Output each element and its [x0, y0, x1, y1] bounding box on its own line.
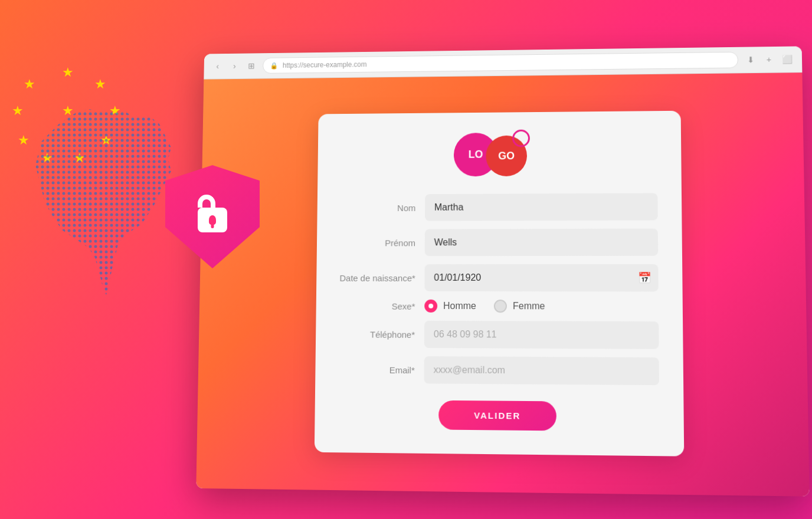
logo-text-go: GO	[498, 150, 515, 162]
svg-rect-1	[30, 106, 183, 307]
email-label: Email*	[339, 364, 415, 375]
prenom-row: Prénom	[340, 229, 658, 257]
telephone-row: Téléphone*	[339, 320, 659, 349]
logo-area: LO GO	[340, 129, 657, 178]
sexe-homme-option[interactable]: Homme	[424, 300, 476, 313]
prenom-input[interactable]	[425, 229, 659, 257]
lock-shield	[165, 165, 260, 268]
form-card: LO GO Nom Prénom Date de naissance*	[315, 111, 685, 456]
date-naissance-label: Date de naissance*	[339, 272, 415, 283]
eu-dots-map	[30, 106, 183, 307]
browser-actions: ⬇ + ⬜	[744, 52, 794, 66]
browser-content: LO GO Nom Prénom Date de naissance*	[196, 73, 809, 497]
email-input[interactable]	[424, 356, 660, 385]
sexe-radio-group: Homme Femme	[424, 300, 545, 313]
sexe-homme-label: Homme	[443, 301, 476, 311]
nom-row: Nom	[340, 193, 658, 221]
calendar-icon: 📅	[638, 271, 651, 284]
address-bar[interactable]: 🔒 https://secure-example.com	[263, 52, 738, 74]
star-2: ★	[94, 77, 106, 92]
star-1: ★	[62, 65, 74, 80]
sexe-femme-option[interactable]: Femme	[494, 300, 545, 313]
email-row: Email*	[339, 356, 659, 385]
nom-input[interactable]	[425, 193, 658, 221]
star-7: ★	[18, 133, 30, 148]
sexe-homme-radio[interactable]	[424, 300, 437, 313]
logo-circle-outline	[512, 130, 530, 147]
telephone-input[interactable]	[424, 321, 659, 349]
date-naissance-row: Date de naissance* 📅	[339, 264, 658, 291]
telephone-label: Téléphone*	[339, 329, 415, 340]
windows-icon[interactable]: ⬜	[780, 52, 794, 65]
address-text: https://secure-example.com	[283, 56, 731, 70]
sexe-femme-radio[interactable]	[494, 300, 507, 313]
forward-button[interactable]: ›	[229, 60, 240, 71]
sexe-row: Sexe* Homme Femme	[339, 300, 659, 313]
download-icon[interactable]: ⬇	[744, 53, 758, 66]
star-9: ★	[24, 77, 35, 92]
back-button[interactable]: ‹	[212, 61, 223, 72]
shield-shape	[165, 165, 260, 268]
lock-keyhole	[209, 215, 216, 225]
date-input-wrapper: 📅	[424, 264, 658, 291]
nom-label: Nom	[340, 203, 416, 213]
logo-text-lo: LO	[469, 149, 483, 161]
star-8: ★	[12, 103, 24, 119]
lock-body	[198, 208, 227, 232]
security-lock-icon: 🔒	[270, 62, 279, 70]
lock-shackle	[198, 195, 215, 208]
bookmarks-icon: ⊞	[245, 60, 257, 71]
date-naissance-input[interactable]	[424, 264, 658, 291]
submit-button[interactable]: VALIDER	[438, 400, 557, 431]
prenom-label: Prénom	[340, 238, 415, 248]
submit-row: VALIDER	[338, 399, 660, 432]
browser-window: ‹ › ⊞ 🔒 https://secure-example.com ⬇ + ⬜…	[196, 46, 809, 496]
sexe-femme-label: Femme	[513, 301, 545, 311]
add-tab-icon[interactable]: +	[762, 53, 775, 66]
sexe-label: Sexe*	[339, 301, 415, 311]
